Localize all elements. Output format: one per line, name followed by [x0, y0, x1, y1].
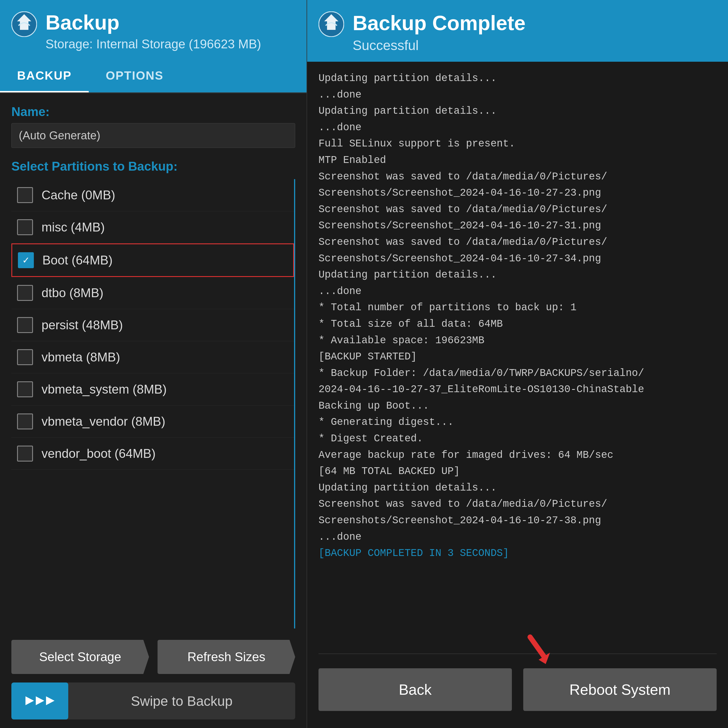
partitions-list: Cache (0MB) misc (4MB) Boot (64MB) dtbo …: [11, 179, 295, 629]
left-header: Backup Storage: Internal Storage (196623…: [0, 0, 307, 60]
log-line: [64 MB TOTAL BACKED UP]: [318, 463, 717, 480]
left-subtitle: Storage: Internal Storage (196623 MB): [46, 37, 261, 52]
log-line: [BACKUP COMPLETED IN 3 SECONDS]: [318, 545, 717, 562]
swipe-to-backup-bar[interactable]: ► ► ► Swipe to Backup: [11, 682, 295, 719]
log-line: [BACKUP STARTED]: [318, 349, 717, 365]
log-line: ...done: [318, 283, 717, 300]
partition-misc[interactable]: misc (4MB): [11, 211, 294, 243]
twrp-logo-icon: [11, 11, 37, 37]
partition-persist[interactable]: persist (48MB): [11, 309, 294, 341]
log-line: * Generating digest...: [318, 414, 717, 431]
log-line: Screenshot was saved to /data/media/0/Pi…: [318, 496, 717, 512]
reboot-system-button[interactable]: Reboot System: [523, 668, 717, 711]
partition-vbmeta-vendor[interactable]: vbmeta_vendor (8MB): [11, 405, 294, 437]
log-line: Average backup rate for imaged drives: 6…: [318, 447, 717, 463]
log-line: * Total size of all data: 64MB: [318, 316, 717, 332]
right-panel: Backup Complete Successful Updating part…: [307, 0, 728, 728]
partition-vbmeta-system[interactable]: vbmeta_system (8MB): [11, 373, 294, 405]
log-line: ...done: [318, 529, 717, 545]
partition-dtbo[interactable]: dtbo (8MB): [11, 277, 294, 309]
swipe-arrow-3: ►: [46, 693, 55, 710]
swipe-arrow-2: ►: [35, 693, 44, 710]
checkbox-vbmeta[interactable]: [17, 349, 33, 365]
log-line: * Available space: 196623MB: [318, 332, 717, 349]
svg-line-2: [530, 637, 544, 657]
log-line: Screenshot was saved to /data/media/0/Pi…: [318, 234, 717, 251]
checkbox-persist[interactable]: [17, 317, 33, 333]
storage-buttons-row: Select Storage Refresh Sizes: [11, 640, 295, 674]
checkbox-cache[interactable]: [17, 187, 33, 203]
checkbox-boot[interactable]: [18, 252, 34, 268]
tabs-bar: BACKUP OPTIONS: [0, 60, 307, 93]
partition-persist-label: persist (48MB): [41, 318, 123, 332]
partitions-label: Select Partitions to Backup:: [11, 159, 295, 173]
partition-boot[interactable]: Boot (64MB): [11, 243, 294, 277]
log-area: Updating partition details......doneUpda…: [307, 62, 728, 653]
right-header: Backup Complete Successful: [307, 0, 728, 62]
log-line: Updating partition details...: [318, 480, 717, 496]
partition-vendor-boot-label: vendor_boot (64MB): [41, 447, 156, 461]
log-line: Backing up Boot...: [318, 398, 717, 414]
log-line: Screenshots/Screenshot_2024-04-16-10-27-…: [318, 217, 717, 234]
partition-vendor-boot[interactable]: vendor_boot (64MB): [11, 437, 294, 470]
left-panel: Backup Storage: Internal Storage (196623…: [0, 0, 307, 728]
right-title: Backup Complete: [353, 11, 526, 35]
log-line: ...done: [318, 87, 717, 103]
refresh-sizes-button[interactable]: Refresh Sizes: [158, 640, 295, 674]
log-line: Updating partition details...: [318, 70, 717, 87]
log-line: MTP Enabled: [318, 152, 717, 169]
name-input[interactable]: (Auto Generate): [11, 123, 295, 148]
log-line: * Digest Created.: [318, 431, 717, 447]
log-line: Screenshots/Screenshot_2024-04-16-10-27-…: [318, 251, 717, 267]
log-line: Updating partition details...: [318, 267, 717, 283]
log-line: ...done: [318, 119, 717, 136]
partition-cache-label: Cache (0MB): [41, 188, 115, 202]
checkbox-dtbo[interactable]: [17, 285, 33, 301]
select-storage-button[interactable]: Select Storage: [11, 640, 149, 674]
log-line: Screenshots/Screenshot_2024-04-16-10-27-…: [318, 512, 717, 529]
back-button[interactable]: Back: [318, 668, 512, 711]
partition-vbmeta-system-label: vbmeta_system (8MB): [41, 382, 167, 396]
log-line: Screenshot was saved to /data/media/0/Pi…: [318, 201, 717, 218]
partition-cache[interactable]: Cache (0MB): [11, 179, 294, 211]
swipe-arrow-1: ►: [25, 693, 34, 710]
left-content: Name: (Auto Generate) Select Partitions …: [0, 93, 307, 728]
right-subtitle: Successful: [353, 38, 526, 53]
log-line: Updating partition details...: [318, 103, 717, 119]
partition-vbmeta-vendor-label: vbmeta_vendor (8MB): [41, 414, 165, 428]
partition-vbmeta[interactable]: vbmeta (8MB): [11, 341, 294, 373]
scroll-indicator: [294, 179, 295, 449]
left-title: Backup: [46, 11, 261, 34]
name-label: Name:: [11, 105, 295, 119]
right-header-text: Backup Complete Successful: [353, 11, 526, 53]
partition-misc-label: misc (4MB): [41, 220, 105, 234]
swipe-handle: ► ► ►: [11, 682, 68, 719]
tab-options[interactable]: OPTIONS: [89, 60, 180, 92]
partition-vbmeta-label: vbmeta (8MB): [41, 350, 120, 364]
checkbox-vbmeta-vendor[interactable]: [17, 413, 33, 430]
swipe-label: Swipe to Backup: [68, 693, 295, 709]
checkbox-vbmeta-system[interactable]: [17, 381, 33, 397]
checkbox-misc[interactable]: [17, 219, 33, 235]
partition-dtbo-label: dtbo (8MB): [41, 286, 104, 300]
log-line: * Total number of partitions to back up:…: [318, 300, 717, 316]
log-line: Full SELinux support is present.: [318, 136, 717, 152]
action-buttons: Select Storage Refresh Sizes ► ► ► Swipe…: [11, 629, 295, 728]
log-line: * Backup Folder: /data/media/0/TWRP/BACK…: [318, 365, 717, 382]
checkbox-vendor-boot[interactable]: [17, 446, 33, 462]
red-arrow-icon: [522, 631, 556, 668]
log-line: 2024-04-16--10-27-37_EliteRomLite-OS1013…: [318, 381, 717, 398]
name-section: Name: (Auto Generate): [11, 105, 295, 148]
partition-boot-label: Boot (64MB): [42, 253, 113, 267]
bottom-buttons: Back Reboot System: [307, 654, 728, 728]
left-header-text: Backup Storage: Internal Storage (196623…: [46, 11, 261, 52]
log-line: Screenshot was saved to /data/media/0/Pi…: [318, 169, 717, 185]
log-line: Screenshots/Screenshot_2024-04-16-10-27-…: [318, 185, 717, 201]
twrp-logo-icon-right: [318, 11, 344, 37]
arrow-indicator: [522, 631, 556, 670]
tab-backup[interactable]: BACKUP: [0, 60, 89, 92]
